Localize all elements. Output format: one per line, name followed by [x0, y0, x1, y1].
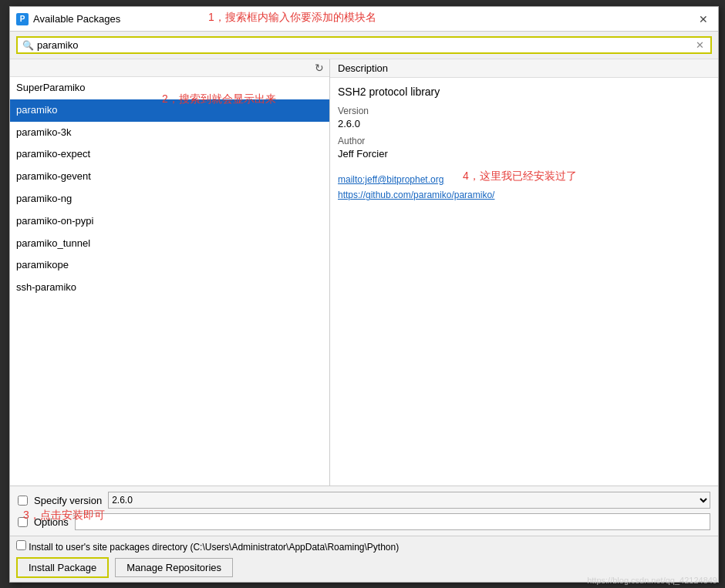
version-label: Version [338, 106, 710, 116]
list-item[interactable]: paramikope [10, 254, 329, 277]
list-item[interactable]: paramiko-3k [10, 122, 329, 144]
list-item[interactable]: SuperParamiko [10, 77, 329, 99]
github-link[interactable]: https://github.com/paramiko/paramiko/ [338, 187, 710, 203]
list-item[interactable]: paramiko-gevent [10, 166, 329, 188]
bottom-options: Specify version 2.6.0 Options [10, 486, 718, 536]
install-path-label: Install to user's site packages director… [16, 540, 712, 553]
description-content: SSH2 protocol library Version 2.6.0 Auth… [330, 78, 718, 486]
package-list: SuperParamiko paramiko paramiko-3k param… [10, 77, 329, 486]
list-item[interactable]: paramiko-on-pypi [10, 210, 329, 233]
package-list-panel: ↻ SuperParamiko paramiko paramiko-3k par… [10, 59, 330, 486]
search-wrapper: 🔍 ✕ [16, 36, 712, 54]
list-item[interactable]: paramiko-ng [10, 188, 329, 210]
footer: Install to user's site packages director… [10, 536, 718, 582]
list-item[interactable]: paramiko-expect [10, 143, 329, 166]
search-clear-button[interactable]: ✕ [694, 39, 706, 51]
list-item[interactable]: paramiko [10, 99, 329, 122]
search-row: 🔍 ✕ [10, 32, 718, 59]
available-packages-dialog: P Available Packages ✕ 🔍 ✕ ↻ SuperParami… [9, 6, 719, 583]
options-row: Options [18, 511, 710, 533]
manage-repositories-button[interactable]: Manage Repositories [115, 558, 233, 577]
author-value: Jeff Forcier [338, 148, 710, 160]
description-header: Description [330, 59, 718, 78]
app-icon: P [16, 13, 29, 25]
options-input[interactable] [75, 513, 710, 530]
specify-version-checkbox[interactable] [18, 496, 28, 506]
specify-version-label: Specify version [34, 495, 102, 506]
install-package-button[interactable]: Install Package [16, 557, 109, 578]
version-value: 2.6.0 [338, 118, 710, 129]
email-link[interactable]: mailto:jeff@bitprophet.org [338, 172, 710, 187]
search-icon: 🔍 [22, 40, 34, 51]
specify-version-row: Specify version 2.6.0 [18, 489, 710, 511]
close-button[interactable]: ✕ [695, 11, 712, 28]
options-label: Options [34, 516, 69, 528]
description-panel: Description SSH2 protocol library Versio… [330, 59, 718, 486]
install-to-checkbox[interactable] [16, 540, 26, 550]
options-checkbox[interactable] [18, 517, 28, 527]
window-title: Available Packages [33, 13, 120, 25]
refresh-icon[interactable]: ↻ [312, 61, 326, 75]
package-summary: SSH2 protocol library [338, 86, 710, 98]
list-item[interactable]: paramiko_tunnel [10, 233, 329, 255]
search-input[interactable] [37, 39, 694, 51]
author-label: Author [338, 136, 710, 146]
list-item[interactable]: ssh-paramiko [10, 277, 329, 299]
main-content: ↻ SuperParamiko paramiko paramiko-3k par… [10, 59, 718, 486]
titlebar: P Available Packages ✕ [10, 7, 718, 32]
install-to-label: Install to user's site packages director… [29, 542, 399, 553]
list-header: ↻ [10, 59, 329, 77]
footer-buttons: Install Package Manage Repositories [16, 557, 712, 578]
version-select[interactable]: 2.6.0 [108, 492, 710, 509]
